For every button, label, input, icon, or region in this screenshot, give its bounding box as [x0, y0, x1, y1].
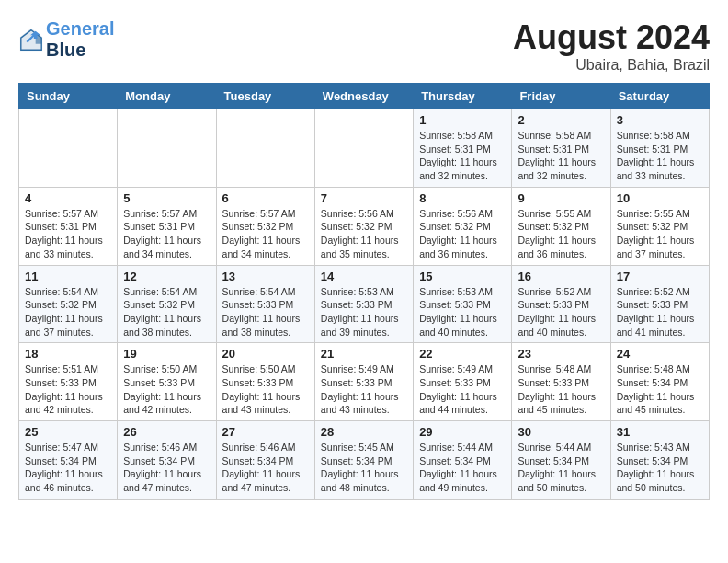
calendar-cell: 20Sunrise: 5:50 AM Sunset: 5:33 PM Dayli…	[216, 343, 314, 421]
logo-blue: Blue	[46, 40, 114, 61]
day-info: Sunrise: 5:57 AM Sunset: 5:32 PM Dayligh…	[222, 207, 309, 261]
day-number: 25	[25, 425, 111, 439]
day-info: Sunrise: 5:58 AM Sunset: 5:31 PM Dayligh…	[617, 129, 703, 183]
day-number: 12	[123, 270, 210, 283]
day-info: Sunrise: 5:50 AM Sunset: 5:33 PM Dayligh…	[222, 362, 309, 417]
day-info: Sunrise: 5:58 AM Sunset: 5:31 PM Dayligh…	[518, 129, 604, 183]
day-number: 14	[321, 270, 407, 283]
calendar-cell: 11Sunrise: 5:54 AM Sunset: 5:32 PM Dayli…	[19, 265, 118, 343]
calendar-cell: 4Sunrise: 5:57 AM Sunset: 5:31 PM Daylig…	[19, 187, 118, 265]
day-number: 8	[419, 191, 506, 205]
calendar-cell: 3Sunrise: 5:58 AM Sunset: 5:31 PM Daylig…	[610, 109, 709, 188]
day-number: 21	[321, 347, 407, 361]
day-number: 11	[25, 270, 111, 283]
week-row-1: 1Sunrise: 5:58 AM Sunset: 5:31 PM Daylig…	[19, 109, 710, 188]
calendar-cell	[19, 109, 118, 188]
day-info: Sunrise: 5:55 AM Sunset: 5:32 PM Dayligh…	[617, 207, 703, 261]
day-info: Sunrise: 5:48 AM Sunset: 5:34 PM Dayligh…	[617, 362, 703, 417]
day-info: Sunrise: 5:45 AM Sunset: 5:34 PM Dayligh…	[321, 441, 407, 495]
day-info: Sunrise: 5:56 AM Sunset: 5:32 PM Dayligh…	[419, 207, 506, 261]
week-row-3: 11Sunrise: 5:54 AM Sunset: 5:32 PM Dayli…	[19, 265, 710, 343]
calendar-cell: 10Sunrise: 5:55 AM Sunset: 5:32 PM Dayli…	[610, 187, 709, 265]
calendar-cell: 15Sunrise: 5:53 AM Sunset: 5:33 PM Dayli…	[414, 265, 512, 343]
day-number: 31	[617, 425, 703, 439]
calendar-table: SundayMondayTuesdayWednesdayThursdayFrid…	[18, 83, 710, 500]
calendar-cell	[216, 109, 314, 188]
calendar-cell: 13Sunrise: 5:54 AM Sunset: 5:33 PM Dayli…	[216, 265, 314, 343]
day-number: 3	[617, 113, 703, 127]
day-number: 2	[518, 113, 604, 127]
calendar-header: SundayMondayTuesdayWednesdayThursdayFrid…	[19, 84, 710, 109]
day-number: 30	[518, 425, 604, 439]
calendar-cell: 29Sunrise: 5:44 AM Sunset: 5:34 PM Dayli…	[414, 421, 512, 500]
month-year-title: August 2024	[513, 18, 710, 57]
day-number: 18	[25, 347, 111, 361]
header-sunday: Sunday	[19, 84, 118, 109]
day-number: 6	[222, 191, 309, 205]
header-thursday: Thursday	[414, 84, 512, 109]
day-number: 10	[617, 191, 703, 205]
calendar-body: 1Sunrise: 5:58 AM Sunset: 5:31 PM Daylig…	[19, 109, 710, 500]
header-saturday: Saturday	[610, 84, 709, 109]
day-number: 16	[518, 270, 604, 283]
calendar-cell: 14Sunrise: 5:53 AM Sunset: 5:33 PM Dayli…	[314, 265, 413, 343]
calendar-cell: 17Sunrise: 5:52 AM Sunset: 5:33 PM Dayli…	[610, 265, 709, 343]
calendar-cell: 6Sunrise: 5:57 AM Sunset: 5:32 PM Daylig…	[216, 187, 314, 265]
calendar-cell: 31Sunrise: 5:43 AM Sunset: 5:34 PM Dayli…	[610, 421, 709, 500]
day-number: 22	[419, 347, 506, 361]
calendar-cell: 16Sunrise: 5:52 AM Sunset: 5:33 PM Dayli…	[512, 265, 610, 343]
calendar-cell: 27Sunrise: 5:46 AM Sunset: 5:34 PM Dayli…	[216, 421, 314, 500]
logo-icon	[18, 27, 44, 52]
calendar-cell: 19Sunrise: 5:50 AM Sunset: 5:33 PM Dayli…	[118, 343, 216, 421]
calendar-cell: 7Sunrise: 5:56 AM Sunset: 5:32 PM Daylig…	[314, 187, 413, 265]
day-info: Sunrise: 5:48 AM Sunset: 5:33 PM Dayligh…	[518, 362, 604, 417]
day-info: Sunrise: 5:52 AM Sunset: 5:33 PM Dayligh…	[617, 285, 703, 339]
calendar-cell: 22Sunrise: 5:49 AM Sunset: 5:33 PM Dayli…	[414, 343, 512, 421]
calendar-cell: 26Sunrise: 5:46 AM Sunset: 5:34 PM Dayli…	[118, 421, 216, 500]
day-number: 4	[25, 191, 111, 205]
day-number: 17	[617, 270, 703, 283]
header-friday: Friday	[512, 84, 610, 109]
day-info: Sunrise: 5:54 AM Sunset: 5:32 PM Dayligh…	[123, 285, 210, 339]
calendar-cell: 1Sunrise: 5:58 AM Sunset: 5:31 PM Daylig…	[414, 109, 512, 188]
day-info: Sunrise: 5:53 AM Sunset: 5:33 PM Dayligh…	[321, 285, 407, 339]
calendar-cell: 21Sunrise: 5:49 AM Sunset: 5:33 PM Dayli…	[314, 343, 413, 421]
day-info: Sunrise: 5:55 AM Sunset: 5:32 PM Dayligh…	[518, 207, 604, 261]
calendar-cell: 12Sunrise: 5:54 AM Sunset: 5:32 PM Dayli…	[118, 265, 216, 343]
day-info: Sunrise: 5:43 AM Sunset: 5:34 PM Dayligh…	[617, 441, 703, 495]
day-headers-row: SundayMondayTuesdayWednesdayThursdayFrid…	[19, 84, 710, 109]
logo-general: General	[46, 18, 114, 39]
day-number: 29	[419, 425, 506, 439]
week-row-4: 18Sunrise: 5:51 AM Sunset: 5:33 PM Dayli…	[19, 343, 710, 421]
calendar-cell: 5Sunrise: 5:57 AM Sunset: 5:31 PM Daylig…	[118, 187, 216, 265]
day-info: Sunrise: 5:57 AM Sunset: 5:31 PM Dayligh…	[123, 207, 210, 261]
calendar-cell: 30Sunrise: 5:44 AM Sunset: 5:34 PM Dayli…	[512, 421, 610, 500]
day-number: 23	[518, 347, 604, 361]
week-row-5: 25Sunrise: 5:47 AM Sunset: 5:34 PM Dayli…	[19, 421, 710, 500]
calendar-cell	[118, 109, 216, 188]
day-number: 20	[222, 347, 309, 361]
day-info: Sunrise: 5:47 AM Sunset: 5:34 PM Dayligh…	[25, 441, 111, 495]
calendar-cell: 9Sunrise: 5:55 AM Sunset: 5:32 PM Daylig…	[512, 187, 610, 265]
day-number: 26	[123, 425, 210, 439]
day-info: Sunrise: 5:57 AM Sunset: 5:31 PM Dayligh…	[25, 207, 111, 261]
day-number: 9	[518, 191, 604, 205]
calendar-cell	[314, 109, 413, 188]
day-info: Sunrise: 5:54 AM Sunset: 5:32 PM Dayligh…	[25, 285, 111, 339]
day-info: Sunrise: 5:46 AM Sunset: 5:34 PM Dayligh…	[222, 441, 309, 495]
day-info: Sunrise: 5:52 AM Sunset: 5:33 PM Dayligh…	[518, 285, 604, 339]
calendar-cell: 28Sunrise: 5:45 AM Sunset: 5:34 PM Dayli…	[314, 421, 413, 500]
header-wednesday: Wednesday	[314, 84, 413, 109]
day-info: Sunrise: 5:44 AM Sunset: 5:34 PM Dayligh…	[419, 441, 506, 495]
week-row-2: 4Sunrise: 5:57 AM Sunset: 5:31 PM Daylig…	[19, 187, 710, 265]
calendar-cell: 8Sunrise: 5:56 AM Sunset: 5:32 PM Daylig…	[414, 187, 512, 265]
header-tuesday: Tuesday	[216, 84, 314, 109]
logo-text-block: General Blue	[46, 18, 114, 61]
header-monday: Monday	[118, 84, 216, 109]
logo: General Blue	[18, 18, 114, 61]
day-info: Sunrise: 5:53 AM Sunset: 5:33 PM Dayligh…	[419, 285, 506, 339]
day-number: 28	[321, 425, 407, 439]
day-number: 24	[617, 347, 703, 361]
day-number: 27	[222, 425, 309, 439]
calendar-cell: 2Sunrise: 5:58 AM Sunset: 5:31 PM Daylig…	[512, 109, 610, 188]
